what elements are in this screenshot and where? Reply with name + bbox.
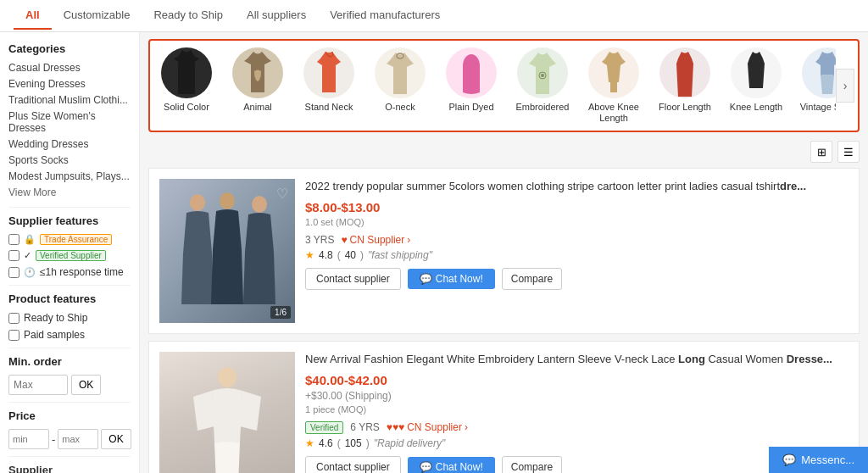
trade-assurance-badge: Trade Assurance — [40, 234, 112, 245]
sidebar: Categories Casual Dresses Evening Dresse… — [0, 32, 140, 473]
product-wishlist-2[interactable]: ♡ — [276, 359, 288, 375]
cat-label-stand-neck: Stand Neck — [305, 102, 353, 113]
category-strip-inner: Solid Color Animal Stand Neck — [153, 47, 836, 124]
svg-point-6 — [252, 196, 267, 213]
min-order-input[interactable] — [8, 375, 68, 395]
cat-item-o-neck[interactable]: O-neck — [367, 47, 433, 124]
trade-assurance-row: 🔒 Trade Assurance — [8, 234, 131, 245]
contact-supplier-btn-2[interactable]: Contact supplier — [305, 456, 401, 473]
cat-img-knee-length — [731, 47, 782, 98]
cat-img-floor-length — [659, 47, 710, 98]
shipping-row-2: +$30.00 (Shipping) — [305, 390, 849, 402]
sidebar-cat-1[interactable]: Evening Dresses — [8, 78, 131, 90]
product-card-2: 1/6 ♡ New Arrival Fashion Elegant White … — [148, 341, 860, 473]
messenger-label: Messenc... — [801, 454, 854, 466]
strip-next-arrow[interactable]: › — [836, 69, 854, 103]
compare-btn-1[interactable]: Compare — [502, 268, 562, 290]
nav-item-customizable[interactable]: Customizable — [52, 2, 142, 30]
action-row-2: Contact supplier 💬 Chat Now! Compare — [305, 456, 849, 473]
cat-item-animal[interactable]: Animal — [225, 47, 291, 124]
supplier-cn-1: ♥ CN Supplier › — [341, 234, 410, 246]
ready-to-ship-label: Ready to Ship — [24, 312, 87, 324]
compare-btn-2[interactable]: Compare — [502, 456, 562, 473]
price-separator: - — [52, 433, 55, 446]
nav-item-ready-to-ship[interactable]: Ready to Ship — [142, 2, 235, 30]
cat-item-floor-length[interactable]: Floor Length — [652, 47, 718, 124]
supplier-cn-2: ♥♥♥ CN Supplier › — [387, 421, 468, 433]
cat-img-vintage-style — [802, 47, 836, 98]
price-ok-button[interactable]: OK — [101, 429, 131, 449]
cat-label-o-neck: O-neck — [385, 102, 415, 113]
cat-item-plain-dyed[interactable]: Plain Dyed — [438, 47, 504, 124]
cat-img-stand-neck — [303, 47, 354, 98]
cat-img-animal — [232, 47, 283, 98]
product-features-title: Product features — [8, 292, 131, 305]
cat-item-vintage-style[interactable]: Vintage Style — [794, 47, 836, 124]
supplier-years-2: 6 YRS — [350, 421, 379, 433]
view-toggle: ⊞ ☰ — [148, 141, 860, 163]
paid-samples-row: Paid samples — [8, 329, 131, 341]
cat-label-embroidered: Embroidered — [516, 102, 570, 113]
product-image-2[interactable]: 1/6 ♡ — [159, 352, 295, 473]
cat-item-solid-color[interactable]: Solid Color — [153, 47, 220, 124]
cat-item-stand-neck[interactable]: Stand Neck — [296, 47, 362, 124]
grid-view-button[interactable]: ⊞ — [810, 141, 832, 163]
cat-item-above-knee[interactable]: Above Knee Length — [581, 47, 647, 124]
paid-samples-checkbox[interactable] — [8, 330, 19, 341]
chat-now-btn-2[interactable]: 💬 Chat Now! — [408, 457, 495, 473]
cat-label-plain-dyed: Plain Dyed — [448, 102, 493, 113]
sidebar-cat-4[interactable]: Wedding Dresses — [8, 138, 131, 150]
sidebar-cat-2[interactable]: Traditional Muslim Clothi... — [8, 94, 131, 106]
nav-item-all-suppliers[interactable]: All suppliers — [235, 2, 318, 30]
verified-supplier-icon: ✓ — [24, 250, 31, 261]
collapse-icon[interactable]: ∧ — [122, 470, 131, 474]
view-more-categories[interactable]: View More — [8, 186, 131, 198]
price-max-input[interactable] — [58, 429, 98, 449]
ready-to-ship-checkbox[interactable] — [8, 313, 19, 324]
price-row: - OK — [8, 429, 131, 449]
clock-icon: 🕐 — [24, 267, 36, 278]
product-info-1: 2022 trendy popular summer 5colors women… — [305, 179, 849, 323]
trade-assurance-checkbox[interactable] — [8, 234, 19, 245]
top-nav: All Customizable Ready to Ship All suppl… — [0, 0, 868, 32]
nav-item-verified-manufacturers[interactable]: Verified manufacturers — [318, 2, 452, 30]
chat-now-btn-1[interactable]: 💬 Chat Now! — [408, 269, 495, 289]
supplier-features-title: Supplier features — [8, 214, 131, 227]
svg-point-5 — [220, 192, 235, 209]
min-order-ok-button[interactable]: OK — [71, 375, 101, 395]
list-view-button[interactable]: ☰ — [837, 141, 860, 163]
product-image-1[interactable]: 1/6 ♡ — [159, 179, 295, 323]
cat-img-embroidered — [517, 47, 568, 98]
trade-assurance-icon: 🔒 — [24, 234, 36, 245]
cat-label-vintage-style: Vintage Style — [800, 102, 836, 113]
chat-icon-1: 💬 — [420, 273, 432, 285]
contact-supplier-btn-1[interactable]: Contact supplier — [305, 268, 401, 290]
sidebar-cat-3[interactable]: Plus Size Women's Dresses — [8, 110, 131, 134]
verified-supplier-checkbox[interactable] — [8, 250, 19, 261]
supplier-row-1: 3 YRS ♥ CN Supplier › — [305, 234, 849, 246]
sidebar-cat-5[interactable]: Sports Socks — [8, 154, 131, 166]
cat-item-embroidered[interactable]: Embroidered — [509, 47, 576, 124]
cat-label-animal: Animal — [243, 102, 272, 113]
price-min-input[interactable] — [8, 429, 49, 449]
messenger-bar[interactable]: 💬 Messenc... — [769, 447, 868, 473]
svg-point-2 — [541, 74, 544, 77]
heart-icons-supplier-2: ♥♥♥ — [387, 421, 404, 433]
rating-2: 4.6 — [319, 437, 333, 449]
cat-label-floor-length: Floor Length — [659, 102, 711, 113]
sidebar-cat-6[interactable]: Modest Jumpsuits, Plays... — [8, 170, 131, 182]
sidebar-cat-0[interactable]: Casual Dresses — [8, 62, 131, 74]
categories-title: Categories — [8, 42, 131, 55]
cat-label-knee-length: Knee Length — [730, 102, 782, 113]
cat-img-plain-dyed — [446, 47, 497, 98]
cat-img-solid-color — [161, 47, 212, 98]
verified-badge-2: Verified — [305, 421, 343, 434]
product-wishlist-1[interactable]: ♡ — [276, 186, 288, 202]
messenger-icon: 💬 — [782, 454, 796, 466]
list-icon: ☰ — [843, 146, 854, 159]
nav-item-all[interactable]: All — [14, 2, 52, 30]
product-title-2: New Arrival Fashion Elegant White Embroi… — [305, 352, 849, 367]
cat-item-knee-length[interactable]: Knee Length — [723, 47, 789, 124]
product-img-badge-1: 1/6 — [270, 306, 291, 319]
response-time-checkbox[interactable] — [8, 267, 19, 278]
